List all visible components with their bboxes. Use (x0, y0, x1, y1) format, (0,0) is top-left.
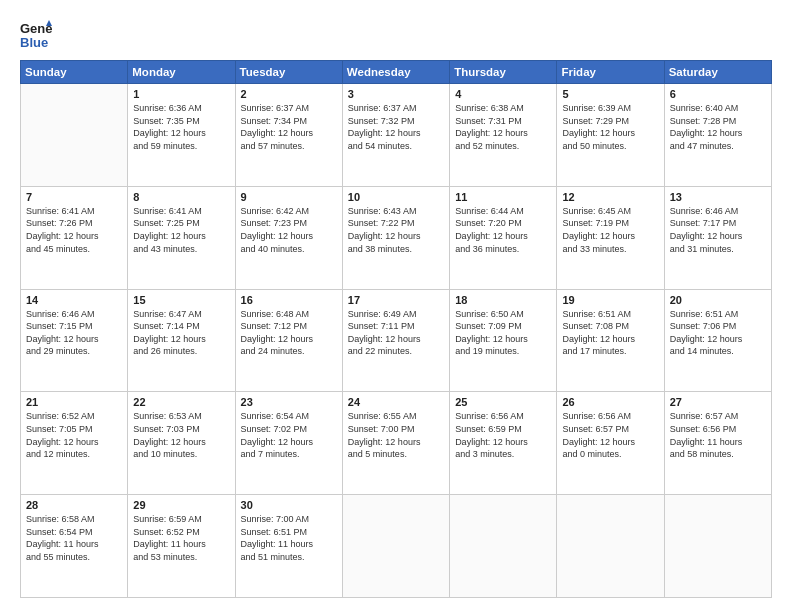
calendar-cell: 23Sunrise: 6:54 AMSunset: 7:02 PMDayligh… (235, 392, 342, 495)
day-number: 2 (241, 88, 337, 100)
calendar-cell (450, 495, 557, 598)
day-number: 5 (562, 88, 658, 100)
calendar-cell: 12Sunrise: 6:45 AMSunset: 7:19 PMDayligh… (557, 186, 664, 289)
weekday-header-friday: Friday (557, 61, 664, 84)
calendar-cell: 1Sunrise: 6:36 AMSunset: 7:35 PMDaylight… (128, 84, 235, 187)
calendar-cell: 4Sunrise: 6:38 AMSunset: 7:31 PMDaylight… (450, 84, 557, 187)
cell-info: Sunrise: 6:51 AMSunset: 7:06 PMDaylight:… (670, 308, 766, 358)
cell-info: Sunrise: 6:46 AMSunset: 7:15 PMDaylight:… (26, 308, 122, 358)
weekday-header-wednesday: Wednesday (342, 61, 449, 84)
cell-info: Sunrise: 6:54 AMSunset: 7:02 PMDaylight:… (241, 410, 337, 460)
calendar-cell: 9Sunrise: 6:42 AMSunset: 7:23 PMDaylight… (235, 186, 342, 289)
calendar-cell: 20Sunrise: 6:51 AMSunset: 7:06 PMDayligh… (664, 289, 771, 392)
cell-info: Sunrise: 6:55 AMSunset: 7:00 PMDaylight:… (348, 410, 444, 460)
calendar-week-3: 21Sunrise: 6:52 AMSunset: 7:05 PMDayligh… (21, 392, 772, 495)
cell-info: Sunrise: 6:56 AMSunset: 6:57 PMDaylight:… (562, 410, 658, 460)
header: General Blue (20, 18, 772, 50)
day-number: 21 (26, 396, 122, 408)
cell-info: Sunrise: 6:53 AMSunset: 7:03 PMDaylight:… (133, 410, 229, 460)
calendar-cell: 25Sunrise: 6:56 AMSunset: 6:59 PMDayligh… (450, 392, 557, 495)
calendar-cell: 5Sunrise: 6:39 AMSunset: 7:29 PMDaylight… (557, 84, 664, 187)
day-number: 1 (133, 88, 229, 100)
cell-info: Sunrise: 6:45 AMSunset: 7:19 PMDaylight:… (562, 205, 658, 255)
calendar-cell: 13Sunrise: 6:46 AMSunset: 7:17 PMDayligh… (664, 186, 771, 289)
day-number: 15 (133, 294, 229, 306)
calendar-cell (664, 495, 771, 598)
cell-info: Sunrise: 6:58 AMSunset: 6:54 PMDaylight:… (26, 513, 122, 563)
day-number: 13 (670, 191, 766, 203)
cell-info: Sunrise: 6:42 AMSunset: 7:23 PMDaylight:… (241, 205, 337, 255)
day-number: 23 (241, 396, 337, 408)
calendar-cell: 7Sunrise: 6:41 AMSunset: 7:26 PMDaylight… (21, 186, 128, 289)
cell-info: Sunrise: 6:37 AMSunset: 7:32 PMDaylight:… (348, 102, 444, 152)
day-number: 20 (670, 294, 766, 306)
calendar-week-2: 14Sunrise: 6:46 AMSunset: 7:15 PMDayligh… (21, 289, 772, 392)
svg-text:General: General (20, 21, 52, 36)
day-number: 10 (348, 191, 444, 203)
calendar-cell: 16Sunrise: 6:48 AMSunset: 7:12 PMDayligh… (235, 289, 342, 392)
cell-info: Sunrise: 6:49 AMSunset: 7:11 PMDaylight:… (348, 308, 444, 358)
weekday-header-row: SundayMondayTuesdayWednesdayThursdayFrid… (21, 61, 772, 84)
calendar-cell: 19Sunrise: 6:51 AMSunset: 7:08 PMDayligh… (557, 289, 664, 392)
cell-info: Sunrise: 6:48 AMSunset: 7:12 PMDaylight:… (241, 308, 337, 358)
cell-info: Sunrise: 7:00 AMSunset: 6:51 PMDaylight:… (241, 513, 337, 563)
calendar-cell: 15Sunrise: 6:47 AMSunset: 7:14 PMDayligh… (128, 289, 235, 392)
calendar-cell: 26Sunrise: 6:56 AMSunset: 6:57 PMDayligh… (557, 392, 664, 495)
cell-info: Sunrise: 6:59 AMSunset: 6:52 PMDaylight:… (133, 513, 229, 563)
weekday-header-sunday: Sunday (21, 61, 128, 84)
calendar-cell (21, 84, 128, 187)
day-number: 9 (241, 191, 337, 203)
calendar-cell: 27Sunrise: 6:57 AMSunset: 6:56 PMDayligh… (664, 392, 771, 495)
logo: General Blue (20, 18, 52, 50)
calendar-week-0: 1Sunrise: 6:36 AMSunset: 7:35 PMDaylight… (21, 84, 772, 187)
calendar-cell: 29Sunrise: 6:59 AMSunset: 6:52 PMDayligh… (128, 495, 235, 598)
day-number: 8 (133, 191, 229, 203)
day-number: 4 (455, 88, 551, 100)
weekday-header-monday: Monday (128, 61, 235, 84)
calendar-cell: 11Sunrise: 6:44 AMSunset: 7:20 PMDayligh… (450, 186, 557, 289)
day-number: 11 (455, 191, 551, 203)
calendar-week-4: 28Sunrise: 6:58 AMSunset: 6:54 PMDayligh… (21, 495, 772, 598)
cell-info: Sunrise: 6:46 AMSunset: 7:17 PMDaylight:… (670, 205, 766, 255)
calendar-cell (342, 495, 449, 598)
day-number: 12 (562, 191, 658, 203)
weekday-header-thursday: Thursday (450, 61, 557, 84)
calendar-cell: 21Sunrise: 6:52 AMSunset: 7:05 PMDayligh… (21, 392, 128, 495)
day-number: 27 (670, 396, 766, 408)
calendar-cell: 8Sunrise: 6:41 AMSunset: 7:25 PMDaylight… (128, 186, 235, 289)
weekday-header-saturday: Saturday (664, 61, 771, 84)
calendar-cell: 2Sunrise: 6:37 AMSunset: 7:34 PMDaylight… (235, 84, 342, 187)
day-number: 19 (562, 294, 658, 306)
day-number: 28 (26, 499, 122, 511)
cell-info: Sunrise: 6:56 AMSunset: 6:59 PMDaylight:… (455, 410, 551, 460)
calendar-cell (557, 495, 664, 598)
calendar-cell: 24Sunrise: 6:55 AMSunset: 7:00 PMDayligh… (342, 392, 449, 495)
day-number: 24 (348, 396, 444, 408)
cell-info: Sunrise: 6:37 AMSunset: 7:34 PMDaylight:… (241, 102, 337, 152)
calendar-cell: 14Sunrise: 6:46 AMSunset: 7:15 PMDayligh… (21, 289, 128, 392)
logo-icon: General Blue (20, 18, 52, 50)
calendar-cell: 17Sunrise: 6:49 AMSunset: 7:11 PMDayligh… (342, 289, 449, 392)
cell-info: Sunrise: 6:52 AMSunset: 7:05 PMDaylight:… (26, 410, 122, 460)
day-number: 16 (241, 294, 337, 306)
weekday-header-tuesday: Tuesday (235, 61, 342, 84)
cell-info: Sunrise: 6:40 AMSunset: 7:28 PMDaylight:… (670, 102, 766, 152)
day-number: 7 (26, 191, 122, 203)
page: General Blue SundayMondayTuesdayWednesda… (0, 0, 792, 612)
calendar-week-1: 7Sunrise: 6:41 AMSunset: 7:26 PMDaylight… (21, 186, 772, 289)
calendar-cell: 3Sunrise: 6:37 AMSunset: 7:32 PMDaylight… (342, 84, 449, 187)
day-number: 14 (26, 294, 122, 306)
svg-text:Blue: Blue (20, 35, 48, 50)
day-number: 25 (455, 396, 551, 408)
calendar-cell: 6Sunrise: 6:40 AMSunset: 7:28 PMDaylight… (664, 84, 771, 187)
day-number: 26 (562, 396, 658, 408)
cell-info: Sunrise: 6:50 AMSunset: 7:09 PMDaylight:… (455, 308, 551, 358)
day-number: 17 (348, 294, 444, 306)
cell-info: Sunrise: 6:39 AMSunset: 7:29 PMDaylight:… (562, 102, 658, 152)
cell-info: Sunrise: 6:57 AMSunset: 6:56 PMDaylight:… (670, 410, 766, 460)
cell-info: Sunrise: 6:41 AMSunset: 7:26 PMDaylight:… (26, 205, 122, 255)
cell-info: Sunrise: 6:36 AMSunset: 7:35 PMDaylight:… (133, 102, 229, 152)
cell-info: Sunrise: 6:47 AMSunset: 7:14 PMDaylight:… (133, 308, 229, 358)
cell-info: Sunrise: 6:51 AMSunset: 7:08 PMDaylight:… (562, 308, 658, 358)
day-number: 30 (241, 499, 337, 511)
